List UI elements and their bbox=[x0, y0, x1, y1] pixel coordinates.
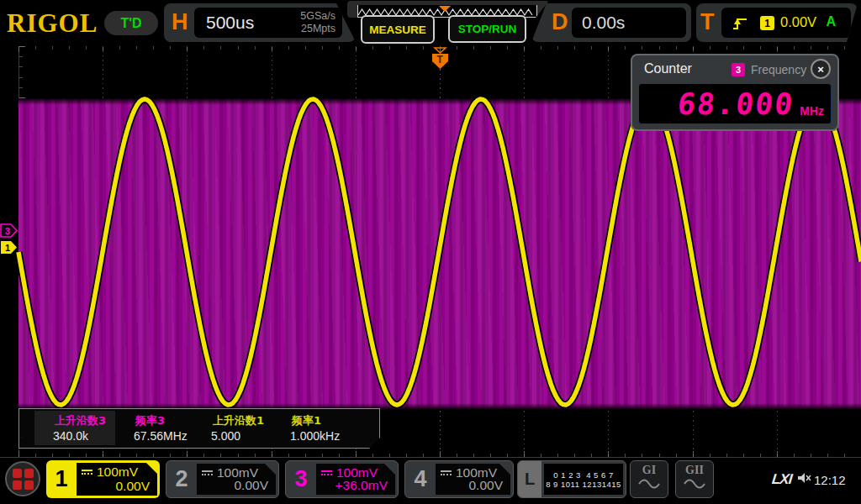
rigol-logo: RIGOL bbox=[7, 8, 98, 39]
delay-label: D bbox=[552, 9, 568, 35]
timebase-value: 500us bbox=[206, 13, 254, 33]
trigger-block[interactable]: T 1 0.00V A bbox=[696, 3, 858, 42]
counter-display: 68.000 MHz bbox=[638, 83, 832, 124]
memory-trigger-pointer-icon bbox=[439, 6, 451, 12]
logic-label: L bbox=[518, 461, 541, 497]
channel4-panel: 100mV 0.00V bbox=[436, 464, 510, 495]
channel1-badge[interactable]: 1 100mV 0.00V bbox=[46, 460, 160, 498]
channel1-number: 1 bbox=[46, 460, 77, 498]
measurement-label: 频率3 bbox=[135, 413, 165, 428]
measurement-value: 5.000 bbox=[211, 429, 240, 443]
measurement-panel[interactable]: 上升沿数3 340.0k 频率3 67.56MHz 上升沿数1 5.000 频率… bbox=[18, 408, 380, 449]
delay-block[interactable]: D 0.00s bbox=[531, 3, 691, 42]
dc-coupling-icon bbox=[321, 470, 332, 475]
counter-panel: Counter 3 Frequency × 68.000 MHz bbox=[631, 54, 839, 131]
generator1-label: GI bbox=[631, 464, 668, 477]
trigger-level-value: 0.00V bbox=[780, 14, 816, 30]
horizontal-label: H bbox=[172, 9, 188, 35]
svg-text:1: 1 bbox=[5, 243, 10, 253]
logic-row2: 8 9 1011 12131415 bbox=[546, 480, 621, 489]
menu-grid-icon bbox=[13, 469, 33, 489]
dc-coupling-icon bbox=[441, 470, 452, 475]
acquisition-info: 5GSa/s 25Mpts bbox=[300, 10, 335, 35]
measurement-value: 67.56MHz bbox=[134, 429, 188, 443]
lxi-logo: LXI bbox=[771, 471, 793, 488]
measurement-value: 340.0k bbox=[53, 429, 88, 443]
trigger-mode-indicator: A bbox=[826, 14, 836, 29]
sound-muted-icon[interactable] bbox=[797, 472, 812, 486]
channel3-waveform-band bbox=[18, 98, 861, 409]
logic-channels-badge[interactable]: L 0 1 2 3 4 5 6 7 8 9 1011 12131415 bbox=[517, 460, 626, 498]
stop-run-button[interactable]: STOP/RUN bbox=[448, 15, 526, 43]
trigger-status-badge: T'D bbox=[104, 11, 158, 35]
bottom-status-bar: 1 100mV 0.00V 2 100mV 0.00V 3 100mV +36.… bbox=[0, 458, 861, 504]
channel4-offset: 0.00V bbox=[468, 478, 503, 493]
measurement-label: 上升沿数1 bbox=[213, 413, 264, 428]
logic-row1: 0 1 2 3 4 5 6 7 bbox=[553, 470, 613, 480]
channel1-offset: 0.00V bbox=[115, 479, 150, 494]
svg-text:T: T bbox=[437, 54, 444, 66]
sine-icon bbox=[683, 478, 706, 489]
channel3-level-marker[interactable]: 3 bbox=[0, 223, 18, 239]
channel3-offset: +36.0mV bbox=[335, 478, 388, 493]
counter-mode-label: Frequency bbox=[751, 63, 806, 76]
menu-button[interactable] bbox=[5, 461, 40, 496]
channel2-panel: 100mV 0.00V bbox=[197, 464, 276, 495]
channel1-panel: 100mV 0.00V bbox=[77, 463, 157, 496]
trigger-slope-icon bbox=[732, 15, 750, 32]
trigger-position-marker[interactable]: T bbox=[429, 47, 452, 70]
counter-title: Counter bbox=[644, 61, 692, 76]
counter-unit: MHz bbox=[800, 104, 824, 118]
channel4-number: 4 bbox=[405, 461, 436, 497]
logic-channel-numbers: 0 1 2 3 4 5 6 7 8 9 1011 12131415 bbox=[544, 464, 623, 495]
dc-coupling-icon bbox=[82, 470, 92, 475]
generator2-button[interactable]: GII bbox=[675, 460, 714, 498]
channel2-offset: 0.00V bbox=[234, 478, 268, 493]
counter-source-badge: 3 bbox=[732, 63, 745, 76]
channel1-scale: 100mV bbox=[97, 465, 138, 480]
measurement-label: 频率1 bbox=[292, 413, 321, 428]
channel3-number: 3 bbox=[286, 461, 316, 497]
channel1-level-marker[interactable]: 1 bbox=[0, 240, 18, 255]
memory-depth: 25Mpts bbox=[300, 23, 335, 35]
sine-icon bbox=[637, 478, 661, 489]
measure-button[interactable]: MEASURE bbox=[361, 15, 435, 44]
sample-rate: 5GSa/s bbox=[300, 10, 335, 23]
channel4-badge[interactable]: 4 100mV 0.00V bbox=[404, 460, 514, 498]
close-icon[interactable]: × bbox=[811, 59, 831, 79]
channel3-badge[interactable]: 3 100mV +36.0mV bbox=[285, 460, 399, 498]
generator2-label: GII bbox=[676, 464, 713, 477]
trigger-label: T bbox=[700, 9, 715, 35]
generator1-button[interactable]: GI bbox=[630, 460, 668, 498]
trigger-box: 1 0.00V A bbox=[721, 8, 851, 38]
counter-frequency-value: 68.000 bbox=[675, 87, 795, 121]
channel3-panel: 100mV +36.0mV bbox=[316, 464, 395, 495]
channel2-badge[interactable]: 2 100mV 0.00V bbox=[166, 460, 279, 498]
channel2-number: 2 bbox=[166, 461, 197, 497]
system-time: 12:12 bbox=[814, 473, 846, 487]
delay-value: 0.00s bbox=[582, 13, 625, 33]
measurement-label: 上升沿数3 bbox=[55, 413, 106, 428]
timebase-box[interactable]: 500us 5GSa/s 25Mpts bbox=[194, 8, 342, 38]
delay-box: 0.00s bbox=[572, 8, 686, 38]
dc-coupling-icon bbox=[202, 470, 213, 475]
top-status-bar: RIGOL T'D H 500us 5GSa/s 25Mpts MEASURE … bbox=[0, 0, 861, 46]
trigger-source-badge: 1 bbox=[760, 16, 774, 30]
horizontal-block[interactable]: H 500us 5GSa/s 25Mpts bbox=[164, 3, 356, 42]
svg-text:3: 3 bbox=[5, 226, 10, 236]
measurement-value: 1.000kHz bbox=[290, 429, 340, 443]
